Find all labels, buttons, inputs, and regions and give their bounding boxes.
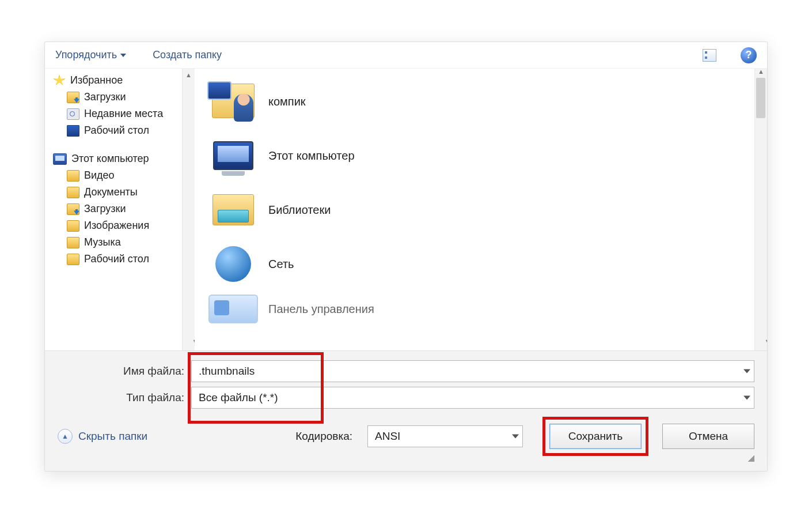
organize-label: Упорядочить <box>55 49 117 61</box>
sidebar-item-pictures[interactable]: Изображения <box>53 217 195 234</box>
chevron-down-icon <box>512 435 519 439</box>
folder-icon <box>67 237 79 248</box>
file-pane: компик Этот компьютер Библиотеки Сеть <box>195 69 767 350</box>
desktop-icon <box>67 125 79 137</box>
sidebar-item-music[interactable]: Музыка <box>53 234 195 251</box>
hide-folders-button[interactable]: ▲ Скрыть папки <box>58 429 147 444</box>
organize-button[interactable]: Упорядочить <box>51 47 131 63</box>
highlight-annotation <box>542 417 648 456</box>
sidebar-item-recent[interactable]: Недавние места <box>53 105 195 122</box>
network-icon <box>208 240 258 288</box>
scroll-up-icon[interactable]: ▲ <box>183 69 195 81</box>
computer-icon <box>53 153 67 165</box>
scroll-down-icon[interactable]: ▼ <box>755 332 767 350</box>
libraries-icon <box>208 186 258 233</box>
sidebar-favorites[interactable]: Избранное <box>53 72 195 89</box>
help-button[interactable]: ? <box>741 47 757 63</box>
sidebar-item-desktop[interactable]: Рабочий стол <box>53 122 195 139</box>
computer-icon <box>208 132 258 179</box>
sidebar-item-downloads[interactable]: Загрузки <box>53 89 195 105</box>
sidebar-item-downloads-2[interactable]: Загрузки <box>53 201 195 217</box>
navigation-pane: Избранное Загрузки Недавние места Рабочи… <box>45 69 195 350</box>
recent-icon <box>67 108 79 120</box>
bottom-panel: Имя файла: .thumbnails Тип файла: Все фа… <box>45 351 767 471</box>
toolbar: Упорядочить Создать папку ? <box>45 42 767 69</box>
download-folder-icon <box>67 92 79 103</box>
resize-grip-icon[interactable] <box>746 454 754 462</box>
filename-label: Имя файла: <box>58 365 191 378</box>
view-options-button[interactable] <box>700 48 723 63</box>
scroll-up-icon[interactable]: ▲ <box>755 69 767 78</box>
file-item-this-pc[interactable]: Этот компьютер <box>208 129 761 183</box>
file-item-network[interactable]: Сеть <box>208 237 761 291</box>
save-dialog: Упорядочить Создать папку ? Избранное За… <box>44 42 768 471</box>
body: Избранное Загрузки Недавние места Рабочи… <box>45 69 767 351</box>
sidebar-item-documents[interactable]: Документы <box>53 184 195 201</box>
sidebar-this-pc[interactable]: Этот компьютер <box>53 150 195 167</box>
folder-icon <box>67 220 79 232</box>
control-panel-icon <box>208 295 258 323</box>
sidebar-item-videos[interactable]: Видео <box>53 167 195 184</box>
main-scrollbar[interactable]: ▲ ▼ <box>754 69 767 350</box>
cancel-button[interactable]: Отмена <box>662 424 754 449</box>
scroll-down-icon[interactable]: ▼ <box>183 332 195 350</box>
new-folder-label: Создать папку <box>153 49 222 61</box>
folder-icon <box>67 254 79 265</box>
file-item-control-panel[interactable]: Панель управления <box>208 291 761 327</box>
encoding-label: Кодировка: <box>295 430 352 443</box>
file-item-user-folder[interactable]: компик <box>208 74 761 129</box>
chevron-down-icon <box>120 54 126 57</box>
star-icon <box>53 75 66 86</box>
file-item-libraries[interactable]: Библиотеки <box>208 183 761 237</box>
view-icon <box>703 49 716 62</box>
scroll-thumb[interactable] <box>756 78 765 118</box>
filetype-label: Тип файла: <box>58 391 191 404</box>
chevron-up-icon: ▲ <box>58 429 73 444</box>
filetype-select[interactable]: Все файлы (*.*) <box>191 387 754 409</box>
chevron-down-icon <box>743 396 750 400</box>
sidebar-item-desktop-2[interactable]: Рабочий стол <box>53 251 195 267</box>
folder-icon <box>67 187 79 198</box>
chevron-down-icon <box>743 369 750 374</box>
new-folder-button[interactable]: Создать папку <box>148 47 226 63</box>
download-folder-icon <box>67 203 79 215</box>
encoding-select[interactable]: ANSI <box>367 425 523 447</box>
folder-icon <box>67 170 79 182</box>
sidebar-scrollbar[interactable]: ▲ ▼ <box>182 69 195 350</box>
filename-input[interactable]: .thumbnails <box>191 360 754 382</box>
